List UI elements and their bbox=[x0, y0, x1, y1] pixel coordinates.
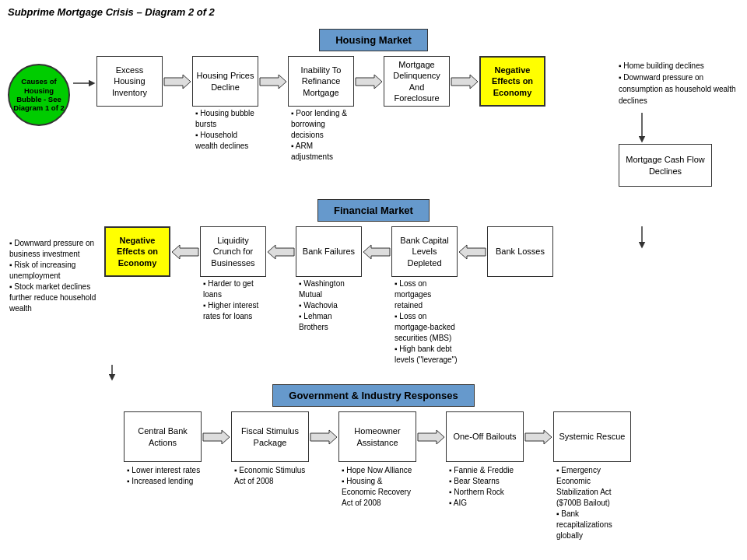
svg-marker-13 bbox=[310, 430, 337, 444]
negative-effects-top-box: Negative Effects on Economy bbox=[479, 56, 545, 107]
svg-marker-3 bbox=[356, 75, 382, 89]
arrow-prices-to-inability bbox=[258, 70, 288, 93]
inability-refinance-box: Inability To Refinance Mortgage bbox=[288, 56, 354, 107]
right-notes-top: Home building declines Downward pressure… bbox=[619, 60, 739, 107]
note-central-bank: Lower interest rates Increased lending bbox=[124, 465, 202, 487]
arrow-bubble-to-excess bbox=[73, 75, 96, 91]
financial-market-header: Financial Market bbox=[317, 199, 430, 222]
note-housing-prices: Housing bubble bursts Household wealth d… bbox=[192, 108, 258, 152]
one-off-bailouts-box: One-Off Bailouts bbox=[446, 411, 524, 462]
note-bank-capital: Loss on mortgages retained Loss on mortg… bbox=[391, 278, 458, 366]
left-notes-row2: Downward pressure on business investment… bbox=[8, 238, 101, 314]
arrow-capital-from-losses bbox=[458, 240, 487, 264]
svg-marker-7 bbox=[268, 245, 294, 259]
note-bank-failures: Washington Mutual Wachovia Lehman Brothe… bbox=[296, 278, 362, 333]
svg-marker-4 bbox=[451, 75, 478, 89]
svg-marker-15 bbox=[525, 430, 552, 444]
mortgage-delinquency-box: Mortgage Delinquency And Foreclosure bbox=[384, 56, 450, 107]
negative-effects-bottom-box: Negative Effects on Economy bbox=[104, 226, 170, 277]
arrow-oneoff-to-systemic bbox=[524, 425, 553, 449]
mortgage-cash-flow-box: Mortgage Cash Flow Declines bbox=[619, 144, 712, 187]
arrow-neg-from-liquidity bbox=[170, 240, 200, 264]
arrow-homeowner-to-oneoff bbox=[416, 425, 446, 449]
homeowner-assistance-box: Homeowner Assistance bbox=[338, 411, 416, 462]
svg-marker-2 bbox=[260, 75, 286, 89]
bank-losses-main-box: Bank Losses bbox=[487, 226, 553, 277]
excess-housing-box: Excess Housing Inventory bbox=[96, 56, 163, 107]
arrow-delinquency-to-negative bbox=[450, 70, 479, 93]
note-liquidity: Harder to get loans Higher interest rate… bbox=[200, 278, 266, 322]
arrow-mortgage-to-bank-losses bbox=[634, 226, 650, 250]
svg-marker-8 bbox=[363, 245, 390, 259]
arrow-liq-from-bank-failures bbox=[266, 240, 296, 264]
housing-prices-box: Housing Prices Decline bbox=[192, 56, 258, 107]
fiscal-stimulus-box: Fiscal Stimulus Package bbox=[231, 411, 309, 462]
svg-marker-14 bbox=[418, 430, 444, 444]
note-fiscal: Economic Stimulus Act of 2008 bbox=[231, 465, 309, 487]
causes-bubble: Causes of Housing Bubble - See Diagram 1… bbox=[8, 64, 70, 126]
svg-marker-6 bbox=[172, 245, 198, 259]
note-one-off: Fannie & Freddie Bear Stearns Northern R… bbox=[446, 465, 524, 509]
svg-marker-12 bbox=[203, 430, 230, 444]
note-systemic: Emergency Economic Stabilization Act ($7… bbox=[553, 465, 631, 541]
systemic-rescue-box: Systemic Rescue bbox=[553, 411, 631, 462]
page-title: Subprime Mortgage Crisis – Diagram 2 of … bbox=[0, 0, 747, 24]
arrow-central-to-fiscal bbox=[202, 425, 231, 449]
arrow-inability-to-delinquency bbox=[354, 70, 384, 93]
arrow-neg-to-mortgage-cash bbox=[634, 113, 650, 144]
arrow-neg-bot-down bbox=[104, 365, 120, 382]
note-inability: Poor lending & borrowing decisions ARM a… bbox=[288, 108, 354, 163]
liquidity-crunch-box: Liquidity Crunch for Businesses bbox=[200, 226, 266, 277]
housing-market-header: Housing Market bbox=[319, 29, 428, 51]
govt-responses-header: Government & Industry Responses bbox=[272, 384, 474, 407]
central-bank-box: Central Bank Actions bbox=[124, 411, 202, 462]
arrow-excess-to-prices bbox=[163, 70, 192, 93]
svg-marker-1 bbox=[164, 75, 191, 89]
bank-failures-box: Bank Failures bbox=[296, 226, 362, 277]
note-homeowner: Hope Now Alliance Housing & Economic Rec… bbox=[338, 465, 416, 509]
arrow-fiscal-to-homeowner bbox=[309, 425, 338, 449]
arrow-fail-from-capital bbox=[362, 240, 391, 264]
svg-marker-9 bbox=[459, 245, 486, 259]
bank-capital-box: Bank Capital Levels Depleted bbox=[391, 226, 458, 277]
